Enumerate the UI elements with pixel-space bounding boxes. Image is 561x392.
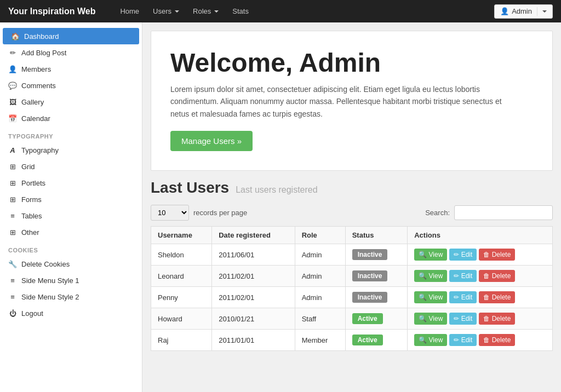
sidebar-item-members[interactable]: 👤 Members <box>0 61 142 77</box>
navbar-links: Home Users Roles Stats <box>115 4 483 18</box>
view-button[interactable]: 🔍 View <box>414 313 447 325</box>
cell-actions: 🔍 View ✏ Edit 🗑 Delete <box>408 266 553 287</box>
cell-role: Staff <box>295 308 345 330</box>
calendar-icon: 📅 <box>8 114 17 123</box>
gallery-icon: 🖼 <box>8 97 17 106</box>
user-icon: 👤 <box>500 7 509 15</box>
col-username: Username <box>151 227 212 244</box>
last-users-title: Last Users <box>151 179 229 197</box>
cell-username: Penny <box>151 287 212 308</box>
edit-button[interactable]: ✏ Edit <box>449 249 477 261</box>
cell-actions: 🔍 View ✏ Edit 🗑 Delete <box>408 287 553 308</box>
nav-roles[interactable]: Roles <box>187 4 224 18</box>
add-blog-post-icon: ✏ <box>8 48 17 57</box>
action-buttons: 🔍 View ✏ Edit 🗑 Delete <box>414 313 546 325</box>
nav-users[interactable]: Users <box>147 4 185 18</box>
cell-status: Inactive <box>345 266 408 287</box>
user-label: Admin <box>512 7 532 15</box>
delete-cookies-icon: 🔧 <box>8 260 17 268</box>
nav-home[interactable]: Home <box>115 4 145 18</box>
table-row: Howard 2010/01/21 Staff Active 🔍 View ✏ … <box>151 308 553 330</box>
sidebar-item-menu-style-1[interactable]: ≡ Side Menu Style 1 <box>0 272 142 289</box>
user-menu[interactable]: 👤 Admin <box>494 4 553 19</box>
sidebar-item-dashboard[interactable]: 🏠 Dashboard <box>3 28 139 44</box>
status-badge: Active <box>352 313 383 324</box>
sidebar-item-portlets[interactable]: ⊞ Portlets <box>0 175 142 191</box>
action-buttons: 🔍 View ✏ Edit 🗑 Delete <box>414 334 546 346</box>
search-area: Search: <box>425 205 553 220</box>
view-button[interactable]: 🔍 View <box>414 249 447 261</box>
cell-role: Admin <box>295 266 345 287</box>
other-icon: ⊞ <box>8 228 17 237</box>
edit-button[interactable]: ✏ Edit <box>449 334 477 346</box>
cell-status: Inactive <box>345 244 408 266</box>
sidebar-item-typography[interactable]: A Typography <box>0 142 142 158</box>
search-label: Search: <box>425 209 450 217</box>
cell-actions: 🔍 View ✏ Edit 🗑 Delete <box>408 308 553 330</box>
roles-dropdown-caret <box>214 10 219 13</box>
cell-date: 2010/01/21 <box>212 308 295 330</box>
sidebar-item-comments[interactable]: 💬 Comments <box>0 77 142 94</box>
sidebar: 🏠 Dashboard ✏ Add Blog Post 👤 Members 💬 … <box>0 22 142 392</box>
cell-status: Inactive <box>345 287 408 308</box>
last-users-header: Last Users Last users registered <box>151 179 553 197</box>
records-per-page-label: records per page <box>193 209 247 217</box>
cell-actions: 🔍 View ✏ Edit 🗑 Delete <box>408 330 553 351</box>
status-badge: Inactive <box>352 270 388 281</box>
menu-style-2-icon: ≡ <box>8 292 17 301</box>
delete-button[interactable]: 🗑 Delete <box>479 291 515 303</box>
sidebar-item-gallery[interactable]: 🖼 Gallery <box>0 94 142 110</box>
navbar-brand: Your Inspiration Web <box>8 7 95 16</box>
edit-button[interactable]: ✏ Edit <box>449 313 477 325</box>
delete-button[interactable]: 🗑 Delete <box>479 334 515 346</box>
cell-username: Leonard <box>151 266 212 287</box>
sidebar-item-calendar[interactable]: 📅 Calendar <box>0 110 142 126</box>
edit-button[interactable]: ✏ Edit <box>449 270 477 282</box>
cell-date: 2011/01/01 <box>212 330 295 351</box>
table-row: Sheldon 2011/06/01 Admin Inactive 🔍 View… <box>151 244 553 266</box>
view-button[interactable]: 🔍 View <box>414 270 447 282</box>
sidebar-item-grid[interactable]: ⊞ Grid <box>0 158 142 175</box>
cell-username: Howard <box>151 308 212 330</box>
delete-button[interactable]: 🗑 Delete <box>479 313 515 325</box>
sidebar-item-menu-style-2[interactable]: ≡ Side Menu Style 2 <box>0 289 142 305</box>
user-divider <box>537 7 537 16</box>
navbar: Your Inspiration Web Home Users Roles St… <box>0 0 561 22</box>
sidebar-item-forms[interactable]: ⊞ Forms <box>0 191 142 207</box>
table-header: Username Date registered Role Status Act… <box>151 227 553 244</box>
cell-username: Raj <box>151 330 212 351</box>
sidebar-item-tables[interactable]: ≡ Tables <box>0 207 142 224</box>
records-per-page-select[interactable]: 10 25 50 <box>151 205 189 221</box>
last-users-section: Last Users Last users registered 10 25 5… <box>151 179 553 351</box>
nav-stats[interactable]: Stats <box>227 4 254 18</box>
last-users-subtitle: Last users registered <box>236 185 317 195</box>
sidebar-item-logout[interactable]: ⏻ Logout <box>0 305 142 321</box>
table-row: Leonard 2011/02/01 Admin Inactive 🔍 View… <box>151 266 553 287</box>
welcome-title: Welcome, Admin <box>170 48 533 78</box>
table-controls: 10 25 50 records per page Search: <box>151 205 553 221</box>
edit-button[interactable]: ✏ Edit <box>449 291 477 303</box>
view-button[interactable]: 🔍 View <box>414 291 447 303</box>
view-button[interactable]: 🔍 View <box>414 334 447 346</box>
action-buttons: 🔍 View ✏ Edit 🗑 Delete <box>414 270 546 282</box>
tables-icon: ≡ <box>8 211 17 220</box>
cookies-section-label: COOKIES <box>0 240 142 256</box>
cell-actions: 🔍 View ✏ Edit 🗑 Delete <box>408 244 553 266</box>
col-status: Status <box>345 227 408 244</box>
sidebar-item-other[interactable]: ⊞ Other <box>0 224 142 240</box>
sidebar-item-delete-cookies[interactable]: 🔧 Delete Cookies <box>0 256 142 272</box>
col-role: Role <box>295 227 345 244</box>
search-input[interactable] <box>454 205 553 220</box>
manage-users-button[interactable]: Manage Users » <box>170 131 253 151</box>
cell-status: Active <box>345 330 408 351</box>
cell-date: 2011/06/01 <box>212 244 295 266</box>
action-buttons: 🔍 View ✏ Edit 🗑 Delete <box>414 249 546 261</box>
sidebar-item-add-blog-post[interactable]: ✏ Add Blog Post <box>0 44 142 61</box>
forms-icon: ⊞ <box>8 195 17 204</box>
delete-button[interactable]: 🗑 Delete <box>479 249 515 261</box>
comments-icon: 💬 <box>8 81 17 90</box>
cell-username: Sheldon <box>151 244 212 266</box>
menu-style-1-icon: ≡ <box>8 276 17 285</box>
cell-status: Active <box>345 308 408 330</box>
delete-button[interactable]: 🗑 Delete <box>479 270 515 282</box>
